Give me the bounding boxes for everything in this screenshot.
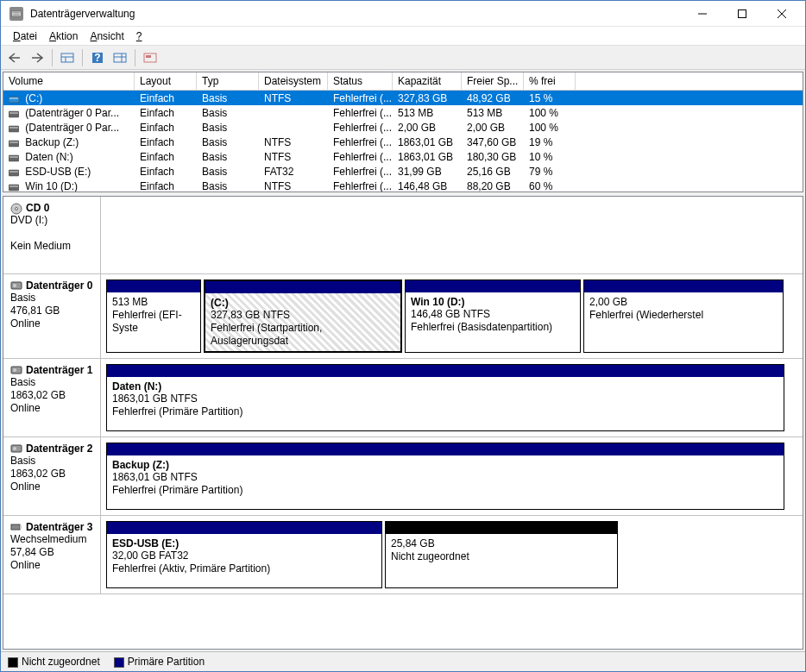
col-type[interactable]: Typ (197, 72, 259, 90)
disk-partitions: Daten (N:)1863,01 GB NTFSFehlerfrei (Pri… (101, 359, 803, 436)
toolbar-separator (82, 49, 83, 66)
partition-bar (205, 281, 400, 293)
app-icon (9, 7, 23, 21)
partition[interactable]: Win 10 (D:)146,48 GB NTFSFehlerfrei (Bas… (405, 279, 581, 353)
back-button[interactable] (4, 47, 25, 68)
disk-row: Datenträger 3Wechselmedium57,84 GBOnline… (3, 516, 803, 594)
svg-rect-12 (114, 53, 126, 62)
svg-point-34 (13, 284, 16, 287)
partition-bar (386, 522, 617, 534)
disk-label[interactable]: Datenträger 0Basis476,81 GBOnline (3, 274, 101, 358)
drive-icon (9, 94, 19, 103)
svg-rect-1 (13, 12, 20, 13)
partition[interactable]: Backup (Z:)1863,01 GB NTFSFehlerfrei (Pr… (106, 443, 784, 510)
volume-row[interactable]: (Datenträger 0 Par...EinfachBasisFehlerf… (3, 120, 803, 135)
partition-bar (107, 522, 381, 534)
disk-label[interactable]: CD 0DVD (I:) Kein Medium (3, 197, 101, 273)
toolbar-btn-3[interactable] (140, 47, 161, 68)
toolbar: ? (1, 46, 805, 70)
close-button[interactable] (762, 1, 802, 27)
disk-partitions: ESD-USB (E:)32,00 GB FAT32Fehlerfrei (Ak… (101, 516, 803, 593)
partition-bar (107, 443, 784, 455)
svg-rect-0 (12, 11, 22, 16)
volume-table: Volume Layout Typ Dateisystem Status Kap… (3, 72, 803, 192)
svg-point-36 (13, 368, 16, 372)
volume-row[interactable]: (Datenträger 0 Par...EinfachBasisFehlerf… (3, 105, 803, 120)
disk-row: Datenträger 1Basis1863,02 GBOnlineDaten … (3, 359, 803, 437)
disk-icon (10, 443, 22, 454)
svg-rect-22 (9, 127, 18, 129)
content: Volume Layout Typ Dateisystem Status Kap… (1, 70, 805, 671)
svg-rect-16 (146, 55, 151, 58)
forward-button[interactable] (27, 47, 47, 68)
disk-row: Datenträger 2Basis1863,02 GBOnlineBackup… (3, 437, 803, 516)
help-button[interactable]: ? (87, 47, 108, 68)
disk-row: Datenträger 0Basis476,81 GBOnline513 MBF… (3, 274, 803, 359)
disk-icon (10, 522, 22, 532)
toolbar-btn-1[interactable] (57, 47, 78, 68)
volume-row[interactable]: ESD-USB (E:)EinfachBasisFAT32Fehlerfrei … (3, 164, 803, 179)
disk-partitions (101, 197, 803, 273)
drive-icon (9, 153, 19, 161)
svg-point-38 (13, 447, 16, 450)
col-free[interactable]: Freier Sp... (462, 72, 524, 90)
menu-view[interactable]: Ansicht (85, 28, 129, 44)
partition[interactable]: (C:)327,83 GB NTFSFehlerfrei (Startparti… (204, 279, 402, 353)
disk-icon (10, 365, 22, 375)
partition[interactable]: 513 MBFehlerfrei (EFI-Syste (106, 279, 201, 353)
disk-icon (10, 203, 22, 213)
col-status[interactable]: Status (328, 72, 393, 90)
col-layout[interactable]: Layout (135, 72, 197, 90)
partition-bar (406, 280, 580, 292)
toolbar-btn-2[interactable] (110, 47, 130, 68)
partition-bar (107, 280, 200, 292)
minimize-button[interactable] (683, 1, 722, 27)
disk-label[interactable]: Datenträger 2Basis1863,02 GBOnline (3, 437, 101, 515)
menubar: Datei Aktion Ansicht ? (1, 27, 805, 46)
svg-rect-39 (11, 524, 20, 530)
col-spacer (576, 72, 803, 90)
svg-rect-2 (13, 14, 20, 15)
svg-rect-30 (9, 185, 18, 187)
col-percent[interactable]: % frei (524, 72, 576, 90)
disk-label[interactable]: Datenträger 3Wechselmedium57,84 GBOnline (3, 516, 101, 593)
partition[interactable]: 2,00 GBFehlerfrei (Wiederherstel (583, 279, 784, 353)
volume-row[interactable]: Daten (N:)EinfachBasisNTFSFehlerfrei (..… (3, 149, 803, 164)
partition[interactable]: Daten (N:)1863,01 GB NTFSFehlerfrei (Pri… (106, 364, 784, 431)
disk-pane: CD 0DVD (I:) Kein MediumDatenträger 0Bas… (3, 196, 803, 650)
legend: Nicht zugeordnet Primäre Partition (1, 651, 805, 671)
volume-row[interactable]: Backup (Z:)EinfachBasisNTFSFehlerfrei (.… (3, 135, 803, 149)
col-filesystem[interactable]: Dateisystem (259, 72, 328, 90)
disk-row: CD 0DVD (I:) Kein Medium (3, 197, 803, 274)
disk-icon (10, 280, 22, 291)
col-volume[interactable]: Volume (3, 72, 135, 90)
partition[interactable]: ESD-USB (E:)32,00 GB FAT32Fehlerfrei (Ak… (106, 521, 382, 588)
svg-rect-26 (9, 156, 18, 158)
window-title: Datenträgerverwaltung (28, 8, 683, 20)
menu-help[interactable]: ? (131, 28, 148, 44)
drive-icon (9, 109, 19, 117)
legend-unallocated: Nicht zugeordnet (8, 656, 100, 668)
drive-icon (9, 167, 19, 176)
drive-icon (9, 182, 19, 191)
svg-rect-20 (9, 112, 18, 114)
svg-rect-7 (61, 53, 73, 62)
col-capacity[interactable]: Kapazität (393, 72, 462, 90)
partition[interactable]: 25,84 GBNicht zugeordnet (385, 521, 618, 588)
svg-text:?: ? (94, 52, 100, 64)
svg-rect-28 (9, 171, 18, 173)
svg-rect-18 (9, 97, 18, 99)
titlebar: Datenträgerverwaltung (1, 1, 805, 27)
disk-partitions: Backup (Z:)1863,01 GB NTFSFehlerfrei (Pr… (101, 437, 803, 515)
drive-icon (9, 123, 19, 132)
maximize-button[interactable] (722, 1, 762, 27)
disk-partitions: 513 MBFehlerfrei (EFI-Syste(C:)327,83 GB… (101, 274, 803, 358)
volume-row[interactable]: Win 10 (D:)EinfachBasisNTFSFehlerfrei (.… (3, 179, 803, 192)
volume-row[interactable]: (C:)EinfachBasisNTFSFehlerfrei (...327,8… (3, 91, 803, 105)
partition-bar (107, 365, 784, 377)
menu-action[interactable]: Aktion (44, 28, 83, 44)
menu-file[interactable]: Datei (8, 28, 42, 44)
volume-header: Volume Layout Typ Dateisystem Status Kap… (3, 72, 803, 91)
disk-label[interactable]: Datenträger 1Basis1863,02 GBOnline (3, 359, 101, 436)
drive-icon (9, 138, 19, 147)
